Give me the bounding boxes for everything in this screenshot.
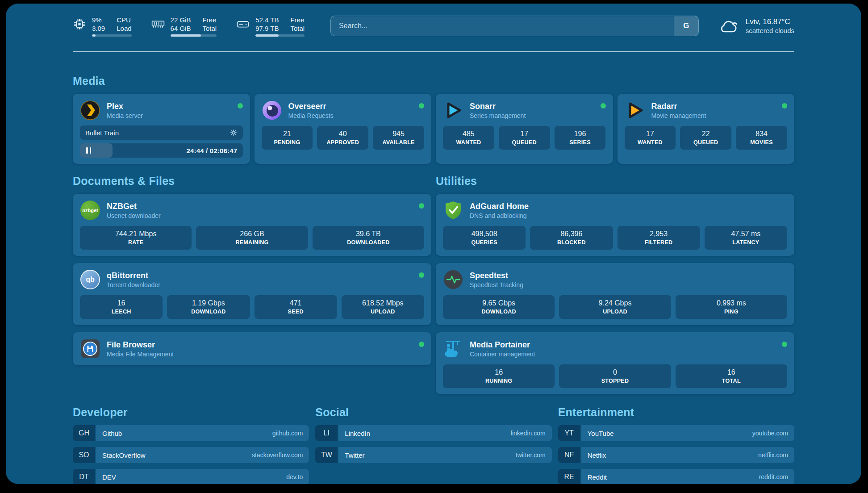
stat-available: 945 AVAILABLE bbox=[373, 126, 424, 150]
status-dot bbox=[419, 342, 424, 347]
service-card-plex[interactable]: Plex Media server Bullet Train 24:44 / 0 bbox=[73, 94, 250, 164]
plex-icon bbox=[80, 100, 100, 121]
cpu-load-label: Load bbox=[117, 24, 131, 33]
service-subtitle: Torrent downloader bbox=[107, 281, 413, 289]
status-dot bbox=[782, 342, 787, 347]
service-card-speedtest[interactable]: Speedtest Speedtest Tracking 9.65 Gbps D… bbox=[436, 263, 794, 325]
top-bar: 9% 3.09 CPU Load bbox=[73, 15, 794, 37]
disk-free-value: 52.4 TB bbox=[255, 16, 279, 24]
service-card-sonarr[interactable]: Sonarr Series management 485 WANTED 17 Q… bbox=[436, 94, 613, 164]
service-title: File Browser bbox=[107, 340, 413, 350]
bookmark-twitter[interactable]: TW Twitter twitter.com bbox=[315, 447, 551, 463]
dashboard-panel: 9% 3.09 CPU Load bbox=[6, 4, 861, 484]
status-dot bbox=[601, 103, 606, 109]
pause-icon[interactable] bbox=[86, 147, 91, 154]
disk-total-value: 97.9 TB bbox=[255, 24, 279, 33]
portainer-icon bbox=[443, 338, 463, 359]
section-title-utilities: Utilities bbox=[436, 175, 794, 188]
stat-remaining: 266 GB REMAINING bbox=[196, 226, 308, 250]
cloud-icon bbox=[718, 17, 740, 34]
stat-seed: 471 SEED bbox=[255, 295, 337, 319]
bookmark-linkedin[interactable]: LI LinkedIn linkedin.com bbox=[315, 425, 551, 441]
hard-drive-icon bbox=[236, 17, 250, 31]
service-card-adguard-home[interactable]: AdGuard Home DNS and adblocking 498,508 … bbox=[436, 194, 794, 256]
stat-upload: 9.24 Gbps UPLOAD bbox=[559, 295, 671, 319]
service-title: Media Portainer bbox=[470, 340, 776, 350]
cpu-chip-icon bbox=[73, 17, 86, 31]
stat-wanted: 17 WANTED bbox=[625, 126, 676, 150]
service-subtitle: Media Requests bbox=[288, 112, 413, 120]
section-title-entertainment: Entertainment bbox=[558, 406, 794, 419]
stat-series: 196 SERIES bbox=[555, 126, 606, 150]
bookmark-name: Twitter bbox=[345, 451, 364, 459]
status-dot bbox=[238, 103, 243, 109]
stat-ping: 0.993 ms PING bbox=[676, 295, 787, 319]
qbittorrent-icon: qb bbox=[80, 270, 100, 289]
service-subtitle: Media server bbox=[107, 112, 231, 120]
memory-stat-widget: 22 GiB 64 GiB Free Total bbox=[151, 16, 217, 37]
bookmark-abbr: LI bbox=[315, 425, 338, 441]
service-card-nzbget[interactable]: nzbget NZBGet Usenet downloader 744.21 M… bbox=[73, 194, 431, 256]
stat-pending: 21 PENDING bbox=[262, 126, 313, 150]
service-title: Overseerr bbox=[288, 101, 413, 111]
bookmark-dev[interactable]: DT DEV dev.to bbox=[73, 469, 309, 484]
bookmark-netflix[interactable]: NF Netflix netflix.com bbox=[558, 447, 794, 463]
bookmark-reddit[interactable]: RE Reddit reddit.com bbox=[558, 469, 794, 484]
bookmark-abbr: GH bbox=[73, 425, 95, 441]
bookmark-stackoverflow[interactable]: SO StackOverflow stackoverflow.com bbox=[73, 447, 309, 463]
search-bar[interactable]: G bbox=[330, 16, 699, 36]
bookmark-url: github.com bbox=[272, 430, 303, 437]
stat-running: 16 RUNNING bbox=[443, 364, 555, 388]
nzbget-icon: nzbget bbox=[80, 201, 100, 220]
status-dot bbox=[782, 103, 787, 109]
cpu-progress-bar bbox=[92, 34, 132, 37]
search-provider-button[interactable]: G bbox=[674, 16, 698, 36]
bookmark-youtube[interactable]: YT YouTube youtube.com bbox=[558, 425, 794, 441]
memory-total-label: Total bbox=[202, 24, 217, 33]
bookmark-abbr: DT bbox=[73, 469, 95, 484]
disk-stat-widget: 52.4 TB 97.9 TB Free Total bbox=[236, 16, 305, 37]
playback-time: 24:44 / 02:06:47 bbox=[186, 147, 237, 155]
service-subtitle: Speedtest Tracking bbox=[470, 281, 787, 289]
search-input[interactable] bbox=[331, 22, 698, 30]
radarr-icon bbox=[625, 100, 645, 121]
service-title: AdGuard Home bbox=[470, 201, 787, 211]
service-card-filebrowser[interactable]: File Browser Media File Management bbox=[73, 332, 431, 365]
service-card-overseerr[interactable]: Overseerr Media Requests 21 PENDING 40 A… bbox=[255, 94, 432, 164]
service-card-radarr[interactable]: Radarr Movie management 17 WANTED 22 QUE… bbox=[618, 94, 795, 164]
gear-icon[interactable] bbox=[230, 129, 238, 137]
bookmark-name: DEV bbox=[102, 473, 116, 481]
bookmark-group-social: Social LI LinkedIn linkedin.com TW Twitt… bbox=[315, 406, 551, 484]
sonarr-icon bbox=[443, 100, 463, 121]
service-title: Plex bbox=[107, 101, 231, 111]
stat-downloaded: 39.6 TB DOWNLOADED bbox=[313, 226, 424, 250]
cpu-load-value: 3.09 bbox=[92, 24, 105, 33]
service-card-qbittorrent[interactable]: qb qBittorrent Torrent downloader 16 bbox=[73, 263, 431, 325]
status-dot bbox=[419, 203, 424, 209]
stat-total: 16 TOTAL bbox=[676, 364, 787, 388]
documents-files-column: Documents & Files nzbget NZBGet Usenet d… bbox=[73, 175, 431, 394]
bookmark-url: youtube.com bbox=[752, 430, 788, 437]
stat-queries: 498,508 QUERIES bbox=[443, 226, 526, 250]
weather-condition: scattered clouds bbox=[746, 26, 794, 35]
stat-blocked: 86,396 BLOCKED bbox=[530, 226, 613, 250]
service-card-media-portainer[interactable]: Media Portainer Container management 16 … bbox=[436, 332, 794, 394]
section-title-media: Media bbox=[73, 75, 794, 88]
stat-wanted: 485 WANTED bbox=[443, 126, 494, 150]
disk-progress-bar bbox=[255, 34, 305, 37]
bookmark-github[interactable]: GH Github github.com bbox=[73, 425, 309, 441]
playback-progress-bar: 24:44 / 02:06:47 bbox=[80, 143, 243, 158]
memory-free-label: Free bbox=[202, 16, 217, 24]
service-title: NZBGet bbox=[107, 201, 413, 211]
bookmark-abbr: NF bbox=[558, 447, 580, 463]
service-subtitle: Series management bbox=[470, 112, 594, 120]
bookmark-group-entertainment: Entertainment YT YouTube youtube.com NF … bbox=[558, 406, 794, 484]
bookmark-url: stackoverflow.com bbox=[252, 451, 303, 459]
status-dot bbox=[419, 103, 424, 109]
bookmark-url: linkedin.com bbox=[511, 430, 546, 437]
cpu-usage-value: 9% bbox=[92, 16, 105, 24]
media-grid: Plex Media server Bullet Train 24:44 / 0 bbox=[73, 94, 794, 164]
cpu-stat-widget: 9% 3.09 CPU Load bbox=[73, 16, 132, 37]
memory-icon bbox=[151, 17, 165, 31]
weather-widget: Lviv, 16.87°C scattered clouds bbox=[718, 17, 794, 35]
